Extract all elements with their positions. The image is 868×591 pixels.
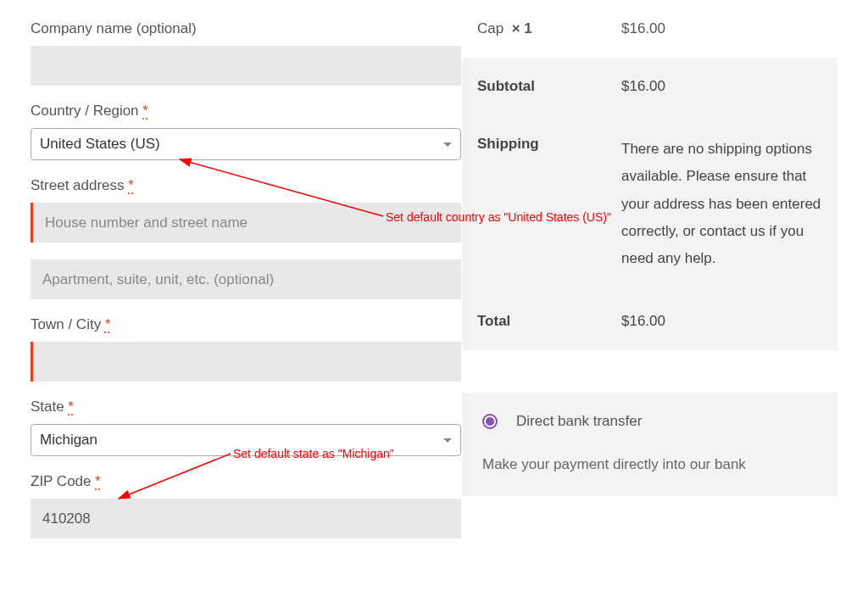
zip-label: ZIP Code * bbox=[31, 473, 462, 490]
required-star-icon: * bbox=[95, 474, 100, 488]
payment-method-label: Direct bank transfer bbox=[516, 413, 642, 430]
city-input[interactable] bbox=[31, 342, 461, 382]
item-qty-text: × 1 bbox=[512, 20, 532, 36]
country-label: Country / Region * bbox=[31, 103, 462, 120]
summary-total-row: Total $16.00 bbox=[462, 293, 837, 350]
summary-item-name: Cap × 1 bbox=[477, 20, 621, 37]
required-star-icon: * bbox=[105, 317, 110, 332]
summary-shipping-label: Shipping bbox=[477, 136, 621, 153]
summary-shipping-value: There are no shipping options available.… bbox=[621, 136, 822, 272]
annotation-text-1: Set default country as "United States (U… bbox=[386, 210, 611, 224]
summary-item-row: Cap × 1 $16.00 bbox=[462, 0, 837, 58]
summary-subtotal-label: Subtotal bbox=[477, 78, 621, 95]
required-star-icon: * bbox=[128, 178, 133, 192]
chevron-down-icon bbox=[443, 142, 452, 147]
radio-selected-icon bbox=[482, 414, 498, 429]
state-label-text: State bbox=[31, 399, 64, 415]
summary-total-label: Total bbox=[477, 313, 621, 330]
required-star-icon: * bbox=[68, 399, 73, 414]
summary-subtotal-value: $16.00 bbox=[621, 78, 822, 95]
required-star-icon: * bbox=[142, 103, 147, 118]
company-name-input[interactable] bbox=[31, 46, 461, 86]
state-value: Michigan bbox=[40, 432, 97, 449]
summary-subtotal-row: Subtotal $16.00 bbox=[462, 58, 837, 115]
annotation-text-2: Set default state as "Michigan" bbox=[233, 447, 394, 460]
city-label: Town / City * bbox=[31, 316, 462, 333]
street-label-text: Street address bbox=[31, 177, 125, 193]
street-address-2-input[interactable] bbox=[31, 259, 461, 299]
item-name-text: Cap bbox=[477, 20, 504, 36]
company-name-label: Company name (optional) bbox=[31, 20, 462, 37]
summary-total-value: $16.00 bbox=[621, 313, 822, 330]
city-label-text: Town / City bbox=[31, 316, 101, 332]
country-label-text: Country / Region bbox=[31, 103, 139, 119]
state-label: State * bbox=[31, 399, 462, 415]
payment-methods-box: Direct bank transfer Make your payment d… bbox=[462, 393, 837, 496]
summary-shipping-row: Shipping There are no shipping options a… bbox=[462, 115, 837, 293]
summary-item-price: $16.00 bbox=[621, 20, 822, 37]
zip-input[interactable] bbox=[31, 499, 461, 538]
payment-description: Make your payment directly into our bank bbox=[482, 454, 817, 476]
zip-label-text: ZIP Code bbox=[31, 473, 92, 489]
chevron-down-icon bbox=[443, 438, 452, 443]
country-value: United States (US) bbox=[40, 136, 160, 153]
street-label: Street address * bbox=[31, 177, 462, 194]
payment-option-bank-transfer[interactable]: Direct bank transfer bbox=[482, 413, 817, 430]
order-summary-table: Cap × 1 $16.00 Subtotal $16.00 Shipping … bbox=[462, 0, 837, 350]
country-select[interactable]: United States (US) bbox=[31, 128, 461, 160]
